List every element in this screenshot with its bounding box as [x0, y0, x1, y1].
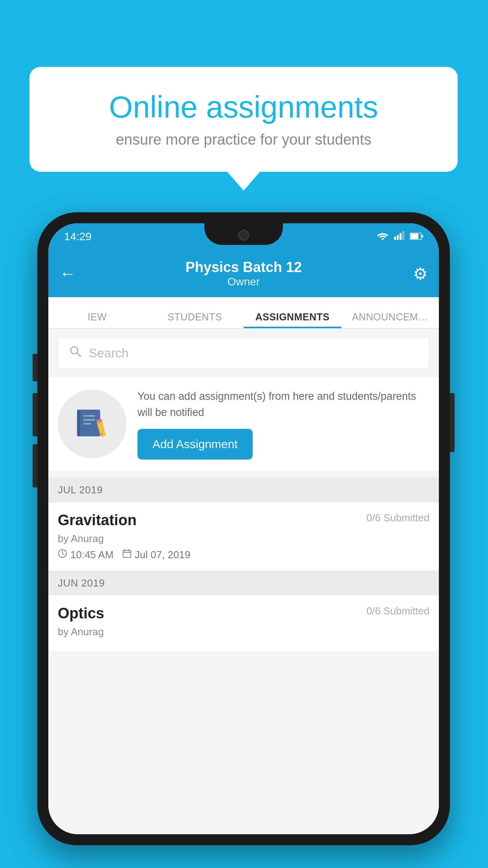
assignment-info-text: You can add assignment(s) from here and …: [138, 388, 429, 420]
assignment-by-optics: by Anurag: [58, 626, 429, 638]
svg-rect-3: [400, 233, 402, 240]
assignment-meta: 10:45 AM Jul 07, 2019: [58, 549, 429, 561]
assignment-submitted-optics: 0/6 Submitted: [367, 605, 429, 617]
tab-assignments[interactable]: ASSIGNMENTS: [244, 311, 341, 328]
assignment-icon-circle: [58, 390, 127, 458]
settings-icon[interactable]: ⚙: [413, 264, 428, 283]
tab-announcements[interactable]: ANNOUNCEM…: [341, 311, 439, 328]
header-title-block: Physics Batch 12 Owner: [185, 259, 302, 288]
svg-rect-12: [83, 415, 95, 417]
back-button[interactable]: ←: [59, 264, 76, 283]
assignment-item-top-optics: Optics 0/6 Submitted: [58, 605, 429, 622]
search-bar[interactable]: Search: [58, 337, 429, 369]
tab-students[interactable]: STUDENTS: [146, 311, 244, 328]
speech-bubble-subtitle: ensure more practice for your students: [57, 131, 430, 148]
month-header-jul: JUL 2019: [48, 478, 439, 502]
status-icons: [377, 231, 423, 242]
svg-line-9: [77, 353, 81, 357]
side-button-vol-up: [33, 393, 37, 436]
assignment-submitted: 0/6 Submitted: [367, 512, 429, 524]
meta-date: Jul 07, 2019: [122, 549, 191, 561]
svg-rect-1: [394, 237, 396, 240]
svg-line-20: [62, 554, 64, 555]
side-button-power: [450, 393, 455, 452]
signal-icon: [394, 231, 404, 242]
add-assignment-section: You can add assignment(s) from here and …: [48, 377, 439, 471]
svg-rect-7: [422, 235, 423, 237]
svg-rect-11: [77, 410, 80, 436]
month-header-jun: JUN 2019: [48, 571, 439, 596]
status-time: 14:29: [64, 230, 92, 243]
batch-name: Physics Batch 12: [185, 259, 302, 276]
assignment-item-gravitation[interactable]: Gravitation 0/6 Submitted by Anurag: [48, 502, 439, 571]
assignment-by: by Anurag: [58, 533, 429, 545]
phone-screen: 14:29: [48, 223, 439, 834]
side-button-vol-down: [33, 444, 37, 487]
assignment-name-optics: Optics: [58, 605, 104, 622]
speech-bubble-title: Online assignments: [57, 90, 430, 124]
assignment-time: 10:45 AM: [70, 549, 114, 561]
assignment-item-optics[interactable]: Optics 0/6 Submitted by Anurag: [48, 596, 439, 652]
add-assignment-button[interactable]: Add Assignment: [138, 429, 253, 460]
app-header: ← Physics Batch 12 Owner ⚙: [48, 250, 439, 297]
assignment-item-top: Gravitation 0/6 Submitted: [58, 512, 429, 529]
user-role: Owner: [185, 276, 302, 288]
svg-rect-6: [411, 234, 418, 239]
search-icon: [69, 345, 82, 361]
assignment-date: Jul 07, 2019: [135, 549, 191, 561]
clock-icon: [58, 549, 67, 561]
svg-rect-13: [83, 419, 95, 421]
search-placeholder: Search: [89, 346, 128, 360]
svg-rect-2: [397, 235, 399, 240]
notebook-icon: [75, 406, 110, 442]
svg-rect-21: [123, 550, 131, 557]
meta-time: 10:45 AM: [58, 549, 114, 561]
tabs-bar: IEW STUDENTS ASSIGNMENTS ANNOUNCEM…: [48, 297, 439, 329]
calendar-icon: [122, 549, 132, 561]
assignment-info: You can add assignment(s) from here and …: [138, 388, 429, 460]
tab-iew[interactable]: IEW: [48, 311, 146, 328]
battery-icon: [410, 231, 423, 242]
content-area: Search: [48, 329, 439, 834]
speech-bubble-card: Online assignments ensure more practice …: [29, 67, 458, 172]
front-camera: [238, 230, 249, 241]
phone-notch: [204, 223, 283, 245]
assignment-name: Gravitation: [58, 512, 137, 529]
svg-rect-4: [402, 231, 404, 240]
svg-rect-14: [83, 423, 91, 425]
side-button-mute: [33, 354, 37, 381]
svg-point-0: [382, 238, 384, 240]
wifi-icon: [377, 231, 389, 242]
phone-device: 14:29: [37, 212, 450, 845]
